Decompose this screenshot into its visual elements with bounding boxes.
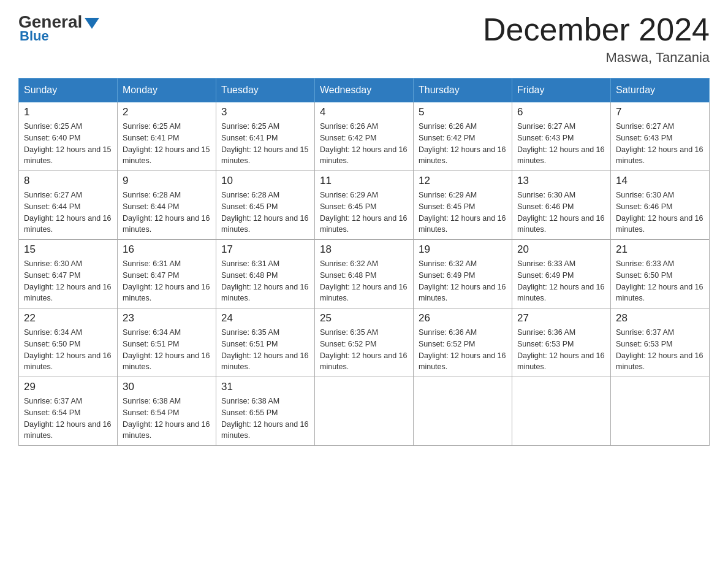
- calendar-cell: [414, 377, 512, 446]
- day-info: Sunrise: 6:35 AM Sunset: 6:52 PM Dayligh…: [320, 327, 408, 373]
- day-info: Sunrise: 6:33 AM Sunset: 6:49 PM Dayligh…: [517, 258, 605, 304]
- calendar-week-row: 1 Sunrise: 6:25 AM Sunset: 6:40 PM Dayli…: [19, 102, 710, 171]
- day-number: 22: [24, 312, 112, 324]
- day-info: Sunrise: 6:27 AM Sunset: 6:43 PM Dayligh…: [517, 121, 605, 167]
- day-number: 6: [517, 106, 605, 118]
- day-info: Sunrise: 6:26 AM Sunset: 6:42 PM Dayligh…: [419, 121, 507, 167]
- day-info: Sunrise: 6:33 AM Sunset: 6:50 PM Dayligh…: [616, 258, 704, 304]
- day-info: Sunrise: 6:35 AM Sunset: 6:51 PM Dayligh…: [221, 327, 309, 373]
- calendar-header-sunday: Sunday: [19, 79, 118, 102]
- title-area: December 2024 Maswa, Tanzania: [483, 12, 710, 66]
- day-info: Sunrise: 6:30 AM Sunset: 6:46 PM Dayligh…: [517, 190, 605, 236]
- calendar-cell: [611, 377, 710, 446]
- calendar-cell: 9 Sunrise: 6:28 AM Sunset: 6:44 PM Dayli…: [118, 171, 216, 240]
- day-number: 21: [616, 243, 704, 256]
- calendar-header-tuesday: Tuesday: [216, 79, 315, 102]
- day-info: Sunrise: 6:25 AM Sunset: 6:40 PM Dayligh…: [24, 121, 112, 167]
- day-info: Sunrise: 6:34 AM Sunset: 6:51 PM Dayligh…: [123, 327, 211, 373]
- day-number: 13: [517, 175, 605, 187]
- day-number: 20: [517, 243, 605, 256]
- calendar-cell: 4 Sunrise: 6:26 AM Sunset: 6:42 PM Dayli…: [315, 102, 414, 171]
- calendar-cell: 29 Sunrise: 6:37 AM Sunset: 6:54 PM Dayl…: [19, 377, 118, 446]
- logo-arrow-icon: [85, 18, 99, 29]
- calendar-cell: 24 Sunrise: 6:35 AM Sunset: 6:51 PM Dayl…: [216, 308, 315, 377]
- calendar-cell: 26 Sunrise: 6:36 AM Sunset: 6:52 PM Dayl…: [414, 308, 512, 377]
- calendar-header-friday: Friday: [512, 79, 611, 102]
- calendar-cell: 1 Sunrise: 6:25 AM Sunset: 6:40 PM Dayli…: [19, 102, 118, 171]
- day-info: Sunrise: 6:26 AM Sunset: 6:42 PM Dayligh…: [320, 121, 408, 167]
- calendar-cell: 22 Sunrise: 6:34 AM Sunset: 6:50 PM Dayl…: [19, 308, 118, 377]
- calendar-cell: 25 Sunrise: 6:35 AM Sunset: 6:52 PM Dayl…: [315, 308, 414, 377]
- day-number: 1: [24, 106, 112, 118]
- day-info: Sunrise: 6:31 AM Sunset: 6:48 PM Dayligh…: [221, 258, 309, 304]
- day-number: 26: [419, 312, 507, 324]
- calendar-week-row: 22 Sunrise: 6:34 AM Sunset: 6:50 PM Dayl…: [19, 308, 710, 377]
- calendar-table: SundayMondayTuesdayWednesdayThursdayFrid…: [18, 78, 710, 446]
- calendar-cell: 5 Sunrise: 6:26 AM Sunset: 6:42 PM Dayli…: [414, 102, 512, 171]
- day-info: Sunrise: 6:27 AM Sunset: 6:43 PM Dayligh…: [616, 121, 704, 167]
- calendar-cell: 8 Sunrise: 6:27 AM Sunset: 6:44 PM Dayli…: [19, 171, 118, 240]
- day-info: Sunrise: 6:36 AM Sunset: 6:53 PM Dayligh…: [517, 327, 605, 373]
- day-number: 5: [419, 106, 507, 118]
- calendar-week-row: 15 Sunrise: 6:30 AM Sunset: 6:47 PM Dayl…: [19, 240, 710, 308]
- day-info: Sunrise: 6:38 AM Sunset: 6:55 PM Dayligh…: [221, 396, 309, 442]
- calendar-header-saturday: Saturday: [611, 79, 710, 102]
- day-number: 8: [24, 175, 112, 187]
- day-number: 16: [123, 243, 211, 256]
- day-number: 19: [419, 243, 507, 256]
- calendar-cell: 12 Sunrise: 6:29 AM Sunset: 6:45 PM Dayl…: [414, 171, 512, 240]
- day-number: 17: [221, 243, 309, 256]
- month-title: December 2024: [483, 12, 710, 47]
- day-info: Sunrise: 6:38 AM Sunset: 6:54 PM Dayligh…: [123, 396, 211, 442]
- calendar-cell: 13 Sunrise: 6:30 AM Sunset: 6:46 PM Dayl…: [512, 171, 611, 240]
- calendar-cell: 14 Sunrise: 6:30 AM Sunset: 6:46 PM Dayl…: [611, 171, 710, 240]
- day-number: 24: [221, 312, 309, 324]
- day-number: 27: [517, 312, 605, 324]
- calendar-cell: 30 Sunrise: 6:38 AM Sunset: 6:54 PM Dayl…: [118, 377, 216, 446]
- day-number: 14: [616, 175, 704, 187]
- calendar-cell: 23 Sunrise: 6:34 AM Sunset: 6:51 PM Dayl…: [118, 308, 216, 377]
- calendar-cell: 16 Sunrise: 6:31 AM Sunset: 6:47 PM Dayl…: [118, 240, 216, 308]
- day-number: 30: [123, 381, 211, 393]
- day-number: 28: [616, 312, 704, 324]
- day-info: Sunrise: 6:25 AM Sunset: 6:41 PM Dayligh…: [123, 121, 211, 167]
- calendar-cell: 20 Sunrise: 6:33 AM Sunset: 6:49 PM Dayl…: [512, 240, 611, 308]
- day-info: Sunrise: 6:36 AM Sunset: 6:52 PM Dayligh…: [419, 327, 507, 373]
- day-number: 12: [419, 175, 507, 187]
- calendar-cell: [315, 377, 414, 446]
- day-info: Sunrise: 6:37 AM Sunset: 6:54 PM Dayligh…: [24, 396, 112, 442]
- location-subtitle: Maswa, Tanzania: [483, 50, 710, 66]
- day-info: Sunrise: 6:32 AM Sunset: 6:49 PM Dayligh…: [419, 258, 507, 304]
- day-info: Sunrise: 6:28 AM Sunset: 6:45 PM Dayligh…: [221, 190, 309, 236]
- day-info: Sunrise: 6:25 AM Sunset: 6:41 PM Dayligh…: [221, 121, 309, 167]
- day-info: Sunrise: 6:27 AM Sunset: 6:44 PM Dayligh…: [24, 190, 112, 236]
- day-info: Sunrise: 6:30 AM Sunset: 6:46 PM Dayligh…: [616, 190, 704, 236]
- calendar-header-wednesday: Wednesday: [315, 79, 414, 102]
- calendar-cell: 6 Sunrise: 6:27 AM Sunset: 6:43 PM Dayli…: [512, 102, 611, 171]
- calendar-cell: 28 Sunrise: 6:37 AM Sunset: 6:53 PM Dayl…: [611, 308, 710, 377]
- day-info: Sunrise: 6:37 AM Sunset: 6:53 PM Dayligh…: [616, 327, 704, 373]
- calendar-cell: 15 Sunrise: 6:30 AM Sunset: 6:47 PM Dayl…: [19, 240, 118, 308]
- calendar-week-row: 8 Sunrise: 6:27 AM Sunset: 6:44 PM Dayli…: [19, 171, 710, 240]
- calendar-cell: 19 Sunrise: 6:32 AM Sunset: 6:49 PM Dayl…: [414, 240, 512, 308]
- day-info: Sunrise: 6:34 AM Sunset: 6:50 PM Dayligh…: [24, 327, 112, 373]
- calendar-header-monday: Monday: [118, 79, 216, 102]
- calendar-cell: 11 Sunrise: 6:29 AM Sunset: 6:45 PM Dayl…: [315, 171, 414, 240]
- day-number: 3: [221, 106, 309, 118]
- day-info: Sunrise: 6:29 AM Sunset: 6:45 PM Dayligh…: [320, 190, 408, 236]
- calendar-cell: 21 Sunrise: 6:33 AM Sunset: 6:50 PM Dayl…: [611, 240, 710, 308]
- calendar-cell: 31 Sunrise: 6:38 AM Sunset: 6:55 PM Dayl…: [216, 377, 315, 446]
- day-number: 15: [24, 243, 112, 256]
- day-number: 4: [320, 106, 408, 118]
- calendar-cell: [512, 377, 611, 446]
- day-number: 23: [123, 312, 211, 324]
- day-number: 2: [123, 106, 211, 118]
- calendar-cell: 7 Sunrise: 6:27 AM Sunset: 6:43 PM Dayli…: [611, 102, 710, 171]
- day-info: Sunrise: 6:29 AM Sunset: 6:45 PM Dayligh…: [419, 190, 507, 236]
- calendar-cell: 3 Sunrise: 6:25 AM Sunset: 6:41 PM Dayli…: [216, 102, 315, 171]
- calendar-header-thursday: Thursday: [414, 79, 512, 102]
- day-number: 18: [320, 243, 408, 256]
- calendar-cell: 17 Sunrise: 6:31 AM Sunset: 6:48 PM Dayl…: [216, 240, 315, 308]
- calendar-cell: 27 Sunrise: 6:36 AM Sunset: 6:53 PM Dayl…: [512, 308, 611, 377]
- calendar-cell: 2 Sunrise: 6:25 AM Sunset: 6:41 PM Dayli…: [118, 102, 216, 171]
